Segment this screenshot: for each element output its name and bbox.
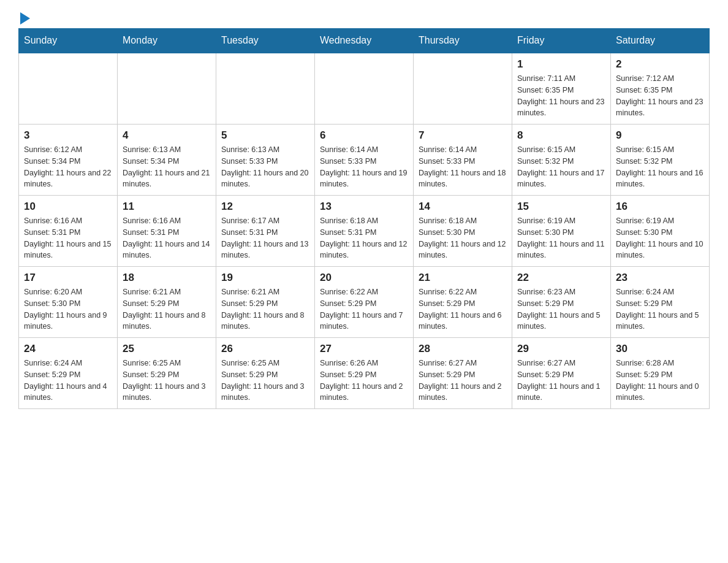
calendar-day-cell: 24Sunrise: 6:24 AM Sunset: 5:29 PM Dayli… xyxy=(19,338,118,409)
day-info: Sunrise: 6:25 AM Sunset: 5:29 PM Dayligh… xyxy=(123,358,211,404)
calendar-day-cell: 5Sunrise: 6:13 AM Sunset: 5:33 PM Daylig… xyxy=(216,124,315,196)
calendar-day-cell: 25Sunrise: 6:25 AM Sunset: 5:29 PM Dayli… xyxy=(118,338,216,409)
day-of-week-header: Thursday xyxy=(414,29,512,53)
calendar-day-cell: 12Sunrise: 6:17 AM Sunset: 5:31 PM Dayli… xyxy=(216,196,315,267)
calendar-day-cell xyxy=(414,53,512,124)
logo-arrow-icon xyxy=(20,12,30,25)
day-number: 21 xyxy=(419,272,507,284)
day-of-week-header: Monday xyxy=(118,29,216,53)
day-number: 14 xyxy=(419,201,507,213)
day-number: 13 xyxy=(320,201,408,213)
day-info: Sunrise: 6:24 AM Sunset: 5:29 PM Dayligh… xyxy=(24,358,112,404)
day-of-week-header: Saturday xyxy=(611,29,710,53)
day-number: 19 xyxy=(221,272,309,284)
day-number: 11 xyxy=(123,201,211,213)
calendar-table: SundayMondayTuesdayWednesdayThursdayFrid… xyxy=(18,28,710,409)
calendar-header-row: SundayMondayTuesdayWednesdayThursdayFrid… xyxy=(19,29,710,53)
calendar-day-cell: 3Sunrise: 6:12 AM Sunset: 5:34 PM Daylig… xyxy=(19,124,118,196)
day-number: 15 xyxy=(517,201,605,213)
calendar-day-cell: 23Sunrise: 6:24 AM Sunset: 5:29 PM Dayli… xyxy=(611,267,710,338)
day-number: 25 xyxy=(123,343,211,355)
day-number: 3 xyxy=(24,129,112,142)
day-info: Sunrise: 6:19 AM Sunset: 5:30 PM Dayligh… xyxy=(517,215,605,261)
day-info: Sunrise: 6:27 AM Sunset: 5:29 PM Dayligh… xyxy=(419,358,507,404)
day-number: 29 xyxy=(517,343,605,355)
calendar-day-cell: 1Sunrise: 7:11 AM Sunset: 6:35 PM Daylig… xyxy=(512,53,611,124)
day-number: 28 xyxy=(419,343,507,355)
calendar-week-row: 17Sunrise: 6:20 AM Sunset: 5:30 PM Dayli… xyxy=(19,267,710,338)
calendar-day-cell: 21Sunrise: 6:22 AM Sunset: 5:29 PM Dayli… xyxy=(414,267,512,338)
day-info: Sunrise: 6:18 AM Sunset: 5:30 PM Dayligh… xyxy=(419,215,507,261)
day-info: Sunrise: 6:16 AM Sunset: 5:31 PM Dayligh… xyxy=(24,215,112,261)
day-info: Sunrise: 6:28 AM Sunset: 5:29 PM Dayligh… xyxy=(616,358,704,404)
calendar-day-cell: 27Sunrise: 6:26 AM Sunset: 5:29 PM Dayli… xyxy=(315,338,414,409)
calendar-day-cell: 2Sunrise: 7:12 AM Sunset: 6:35 PM Daylig… xyxy=(611,53,710,124)
day-info: Sunrise: 6:22 AM Sunset: 5:29 PM Dayligh… xyxy=(320,286,408,332)
day-info: Sunrise: 6:27 AM Sunset: 5:29 PM Dayligh… xyxy=(517,358,605,404)
day-number: 26 xyxy=(221,343,309,355)
day-info: Sunrise: 6:20 AM Sunset: 5:30 PM Dayligh… xyxy=(24,286,112,332)
calendar-day-cell xyxy=(315,53,414,124)
calendar-day-cell: 10Sunrise: 6:16 AM Sunset: 5:31 PM Dayli… xyxy=(19,196,118,267)
calendar-day-cell: 15Sunrise: 6:19 AM Sunset: 5:30 PM Dayli… xyxy=(512,196,611,267)
calendar-day-cell: 29Sunrise: 6:27 AM Sunset: 5:29 PM Dayli… xyxy=(512,338,611,409)
calendar-day-cell: 16Sunrise: 6:19 AM Sunset: 5:30 PM Dayli… xyxy=(611,196,710,267)
day-info: Sunrise: 6:13 AM Sunset: 5:33 PM Dayligh… xyxy=(221,144,309,190)
day-number: 16 xyxy=(616,201,704,213)
calendar-day-cell: 9Sunrise: 6:15 AM Sunset: 5:32 PM Daylig… xyxy=(611,124,710,196)
calendar-day-cell: 14Sunrise: 6:18 AM Sunset: 5:30 PM Dayli… xyxy=(414,196,512,267)
calendar-day-cell xyxy=(216,53,315,124)
day-info: Sunrise: 6:14 AM Sunset: 5:33 PM Dayligh… xyxy=(320,144,408,190)
day-number: 7 xyxy=(419,129,507,142)
calendar-day-cell: 26Sunrise: 6:25 AM Sunset: 5:29 PM Dayli… xyxy=(216,338,315,409)
day-number: 4 xyxy=(123,129,211,142)
day-info: Sunrise: 6:21 AM Sunset: 5:29 PM Dayligh… xyxy=(123,286,211,332)
day-info: Sunrise: 6:22 AM Sunset: 5:29 PM Dayligh… xyxy=(419,286,507,332)
day-number: 12 xyxy=(221,201,309,213)
day-number: 18 xyxy=(123,272,211,284)
day-number: 17 xyxy=(24,272,112,284)
day-info: Sunrise: 6:26 AM Sunset: 5:29 PM Dayligh… xyxy=(320,358,408,404)
calendar-day-cell: 13Sunrise: 6:18 AM Sunset: 5:31 PM Dayli… xyxy=(315,196,414,267)
day-of-week-header: Friday xyxy=(512,29,611,53)
calendar-day-cell: 20Sunrise: 6:22 AM Sunset: 5:29 PM Dayli… xyxy=(315,267,414,338)
day-number: 10 xyxy=(24,201,112,213)
calendar-day-cell: 4Sunrise: 6:13 AM Sunset: 5:34 PM Daylig… xyxy=(118,124,216,196)
calendar-day-cell: 28Sunrise: 6:27 AM Sunset: 5:29 PM Dayli… xyxy=(414,338,512,409)
day-number: 9 xyxy=(616,129,704,142)
day-number: 8 xyxy=(517,129,605,142)
calendar-day-cell: 6Sunrise: 6:14 AM Sunset: 5:33 PM Daylig… xyxy=(315,124,414,196)
day-info: Sunrise: 7:11 AM Sunset: 6:35 PM Dayligh… xyxy=(517,73,605,119)
day-info: Sunrise: 7:12 AM Sunset: 6:35 PM Dayligh… xyxy=(616,73,704,119)
calendar-week-row: 10Sunrise: 6:16 AM Sunset: 5:31 PM Dayli… xyxy=(19,196,710,267)
day-info: Sunrise: 6:25 AM Sunset: 5:29 PM Dayligh… xyxy=(221,358,309,404)
day-info: Sunrise: 6:18 AM Sunset: 5:31 PM Dayligh… xyxy=(320,215,408,261)
day-number: 6 xyxy=(320,129,408,142)
day-number: 1 xyxy=(517,58,605,71)
day-of-week-header: Sunday xyxy=(19,29,118,53)
day-info: Sunrise: 6:21 AM Sunset: 5:29 PM Dayligh… xyxy=(221,286,309,332)
day-info: Sunrise: 6:24 AM Sunset: 5:29 PM Dayligh… xyxy=(616,286,704,332)
day-number: 22 xyxy=(517,272,605,284)
day-info: Sunrise: 6:19 AM Sunset: 5:30 PM Dayligh… xyxy=(616,215,704,261)
calendar-week-row: 3Sunrise: 6:12 AM Sunset: 5:34 PM Daylig… xyxy=(19,124,710,196)
day-number: 23 xyxy=(616,272,704,284)
day-number: 24 xyxy=(24,343,112,355)
day-info: Sunrise: 6:17 AM Sunset: 5:31 PM Dayligh… xyxy=(221,215,309,261)
day-number: 5 xyxy=(221,129,309,142)
day-info: Sunrise: 6:23 AM Sunset: 5:29 PM Dayligh… xyxy=(517,286,605,332)
day-number: 30 xyxy=(616,343,704,355)
calendar-day-cell: 19Sunrise: 6:21 AM Sunset: 5:29 PM Dayli… xyxy=(216,267,315,338)
calendar-day-cell: 8Sunrise: 6:15 AM Sunset: 5:32 PM Daylig… xyxy=(512,124,611,196)
day-number: 2 xyxy=(616,58,704,71)
day-info: Sunrise: 6:15 AM Sunset: 5:32 PM Dayligh… xyxy=(517,144,605,190)
calendar-day-cell: 30Sunrise: 6:28 AM Sunset: 5:29 PM Dayli… xyxy=(611,338,710,409)
day-info: Sunrise: 6:15 AM Sunset: 5:32 PM Dayligh… xyxy=(616,144,704,190)
calendar-day-cell: 17Sunrise: 6:20 AM Sunset: 5:30 PM Dayli… xyxy=(19,267,118,338)
day-info: Sunrise: 6:16 AM Sunset: 5:31 PM Dayligh… xyxy=(123,215,211,261)
calendar-week-row: 24Sunrise: 6:24 AM Sunset: 5:29 PM Dayli… xyxy=(19,338,710,409)
calendar-day-cell: 7Sunrise: 6:14 AM Sunset: 5:33 PM Daylig… xyxy=(414,124,512,196)
day-info: Sunrise: 6:12 AM Sunset: 5:34 PM Dayligh… xyxy=(24,144,112,190)
day-of-week-header: Tuesday xyxy=(216,29,315,53)
calendar-day-cell xyxy=(19,53,118,124)
